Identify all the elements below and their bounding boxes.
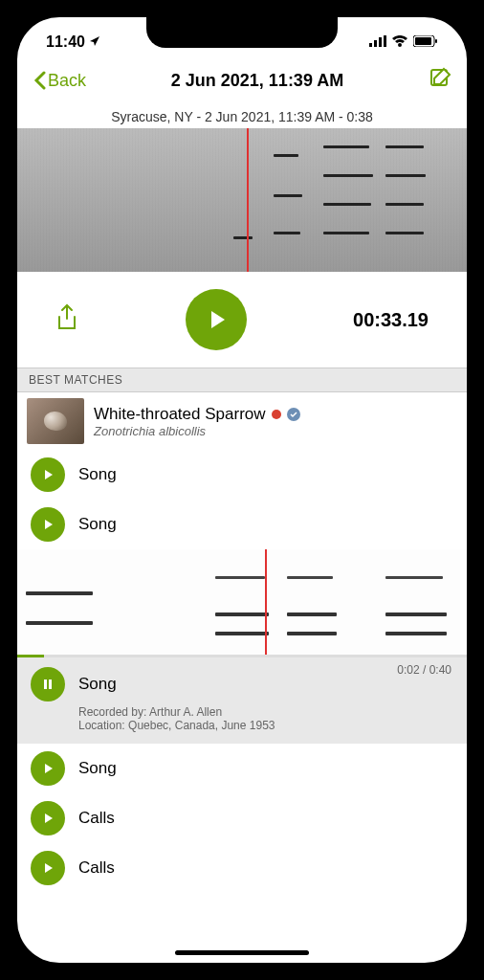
playback-timer: 00:33.19 (353, 309, 429, 331)
total-time: 0:40 (429, 663, 451, 677)
track-row[interactable]: Song (17, 450, 467, 500)
comparison-spectrogram[interactable] (17, 549, 467, 655)
play-icon (41, 861, 55, 875)
current-time: 0:02 (397, 663, 419, 677)
track-label: Calls (78, 809, 115, 828)
pause-icon (41, 678, 55, 691)
location-arrow-icon (89, 33, 100, 51)
share-icon (55, 303, 78, 332)
location-label: Location: (78, 719, 125, 732)
track-row[interactable]: Song (17, 744, 467, 793)
svg-rect-0 (369, 43, 372, 47)
verified-badge-icon (287, 408, 300, 421)
recording-subtitle: Syracuse, NY - 2 Jun 2021, 11:39 AM - 0:… (17, 105, 467, 128)
track-label: Song (78, 515, 117, 534)
svg-rect-3 (384, 35, 386, 47)
page-title: 2 Jun 2021, 11:39 AM (171, 71, 343, 91)
chevron-left-icon (33, 71, 46, 90)
spectrogram-marks (17, 549, 467, 655)
status-dot-icon (272, 410, 281, 419)
track-pause-button[interactable] (31, 667, 65, 702)
track-label: Song (78, 465, 117, 484)
svg-rect-9 (49, 679, 52, 689)
home-indicator[interactable] (175, 950, 309, 955)
track-play-button[interactable] (31, 801, 65, 835)
track-play-button[interactable] (31, 457, 65, 492)
species-scientific-name: Zonotrichia albicollis (94, 424, 457, 438)
phone-screen: 11:40 Back 2 Ju (17, 17, 467, 963)
play-icon (41, 518, 55, 531)
playback-controls: 00:33.19 (17, 272, 467, 368)
back-label: Back (48, 71, 86, 91)
track-label: Song (78, 759, 117, 778)
track-label: Song (78, 675, 117, 694)
play-button[interactable] (186, 289, 247, 350)
play-icon (41, 468, 55, 481)
playhead (247, 128, 249, 272)
track-row[interactable]: Calls (17, 793, 467, 843)
svg-rect-1 (374, 40, 377, 47)
wifi-icon (392, 33, 407, 51)
notch (146, 17, 338, 48)
edit-icon (429, 67, 451, 90)
status-time: 11:40 (46, 33, 85, 51)
recorded-by-label: Recorded by: (78, 705, 146, 719)
location-value: Quebec, Canada, June 1953 (128, 719, 275, 732)
track-play-button[interactable] (31, 507, 65, 542)
svg-rect-2 (379, 37, 382, 47)
nav-bar: Back 2 Jun 2021, 11:39 AM (17, 59, 467, 105)
cellular-icon (369, 33, 386, 51)
playhead (265, 549, 267, 655)
track-play-button[interactable] (31, 851, 65, 885)
share-button[interactable] (55, 303, 78, 336)
track-row[interactable]: Song (17, 500, 467, 549)
play-icon (41, 812, 55, 825)
expanded-track-row: 0:02 / 0:40 Song Recorded by: Arthur A. … (17, 657, 467, 744)
battery-icon (413, 33, 438, 51)
edit-button[interactable] (429, 67, 451, 94)
main-spectrogram[interactable] (17, 128, 467, 272)
species-common-name: White-throated Sparrow (94, 405, 266, 424)
play-icon (204, 307, 229, 332)
track-row[interactable]: Calls (17, 843, 467, 893)
track-play-button[interactable] (31, 751, 65, 786)
spectrogram-marks (17, 128, 467, 272)
svg-rect-6 (435, 39, 437, 43)
recorded-by-value: Arthur A. Allen (149, 705, 222, 719)
back-button[interactable]: Back (33, 71, 86, 91)
section-best-matches: BEST MATCHES (17, 368, 467, 392)
phone-frame: 11:40 Back 2 Ju (0, 0, 484, 980)
track-label: Calls (78, 858, 115, 878)
play-icon (41, 762, 55, 775)
svg-rect-8 (44, 679, 47, 689)
species-thumbnail (27, 398, 84, 444)
track-time-display: 0:02 / 0:40 (397, 663, 451, 677)
svg-rect-5 (415, 37, 431, 45)
species-row[interactable]: White-throated Sparrow Zonotrichia albic… (17, 392, 467, 450)
